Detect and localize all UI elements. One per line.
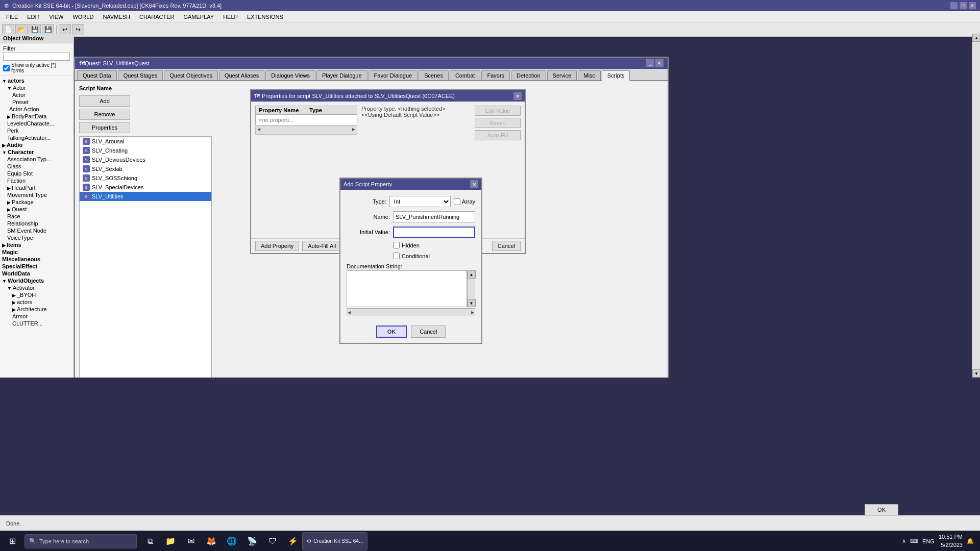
tree-item-faction[interactable]: Faction [0, 177, 73, 184]
tree-item-armor[interactable]: Armor [0, 313, 73, 320]
add-script-property-close[interactable]: ✕ [470, 180, 478, 188]
revert-button[interactable]: Revert [475, 118, 521, 128]
taskbar-icon-edge[interactable]: 🌐 [223, 532, 241, 550]
menu-file[interactable]: FILE [2, 13, 22, 21]
conditional-checkbox[interactable] [393, 253, 400, 259]
tree-item-assoctype[interactable]: Association Typ... [0, 156, 73, 163]
tree-item-talkingact[interactable]: TalkingActivator... [0, 134, 73, 141]
menu-view[interactable]: VIEW [45, 13, 67, 21]
add-prop-cancel-button[interactable]: Cancel [411, 325, 446, 338]
tree-item-worlddata[interactable]: WorldData [0, 270, 73, 277]
properties-dialog-close[interactable]: ✕ [513, 92, 522, 100]
tree-item-quest[interactable]: ▶Quest [0, 206, 73, 213]
tree-item-worldobjects[interactable]: ▼WorldObjects [0, 277, 73, 284]
show-active-checkbox[interactable] [3, 65, 10, 71]
properties-script-button[interactable]: Properties [79, 122, 130, 133]
tree-item-perk[interactable]: Perk [0, 127, 73, 134]
taskbar-keyboard-icon[interactable]: ⌨ [910, 538, 918, 544]
taskbar-icon-files[interactable]: 📁 [161, 532, 180, 550]
tree-item-audio[interactable]: ▶Audio [0, 141, 73, 148]
doc-scroll-down[interactable]: ▼ [468, 299, 476, 307]
add-prop-name-input[interactable] [393, 211, 475, 222]
add-script-button[interactable]: Add [79, 95, 130, 107]
tree-item-headpart[interactable]: ▶HeadPart [0, 184, 73, 191]
script-item-slv-cheating[interactable]: S SLV_Cheating [80, 146, 211, 155]
taskbar-app-label[interactable]: ⚙ Creation Kit SSE 64... [302, 532, 368, 550]
script-item-slv-utilities[interactable]: S SLV_Utilities [80, 192, 211, 201]
script-item-slv-special[interactable]: S SLV_SpecialDevices [80, 183, 211, 192]
script-item-slv-sos[interactable]: S SLV_SOSSchiong [80, 173, 211, 183]
doc-string-textarea[interactable] [347, 270, 467, 307]
tab-combat[interactable]: Combat [450, 70, 481, 80]
doc-scroll-up[interactable]: ▲ [468, 270, 476, 279]
notification-icon[interactable]: 🔔 [967, 538, 974, 544]
menu-world[interactable]: WORLD [68, 13, 97, 21]
array-checkbox[interactable] [454, 198, 460, 205]
tab-scenes[interactable]: Scenes [419, 70, 449, 80]
close-btn[interactable]: ✕ [969, 2, 976, 9]
tree-item-miscellaneous[interactable]: Miscellaneous [0, 256, 73, 263]
tree-item-actor-group[interactable]: ▼Actor [0, 84, 73, 91]
taskbar-icon-extra1[interactable]: 🛡 [263, 532, 282, 550]
start-button[interactable]: ⊞ [0, 531, 24, 552]
taskbar-up-arrow[interactable]: ∧ [902, 538, 906, 544]
tree-item-relationship[interactable]: Relationship [0, 220, 73, 227]
script-item-slv-sexlab[interactable]: S SLV_Sexlab [80, 164, 211, 173]
tab-favors[interactable]: Favors [481, 70, 510, 80]
tree-item-bodypartdata[interactable]: ▶BodyPartData [0, 113, 73, 120]
bottom-ok-button[interactable]: OK [865, 504, 898, 515]
menu-navmesh[interactable]: NAVMESH [99, 13, 134, 21]
taskbar-icon-extra2[interactable]: ⚡ [284, 532, 302, 550]
tree-item-preset[interactable]: Preset [0, 98, 73, 106]
tree-item-leveledchar[interactable]: LeveledCharacte... [0, 120, 73, 127]
tab-quest-data[interactable]: Quest Data [77, 70, 117, 80]
script-item-slv-devious[interactable]: S SLV_DeviousDevices [80, 155, 211, 164]
tab-quest-objectives[interactable]: Quest Objectives [164, 70, 218, 80]
tab-favor-dialogue[interactable]: Favor Dialogue [369, 70, 418, 80]
auto-fill-all-button[interactable]: Auto-Fill All [302, 241, 341, 251]
tab-quest-aliases[interactable]: Quest Aliases [219, 70, 264, 80]
tree-item-clutter[interactable]: CLUTTER... [0, 320, 73, 327]
filter-input[interactable] [3, 53, 70, 61]
tree-item-byoh[interactable]: ▶_BYOH [0, 291, 73, 298]
tree-item-movement-type[interactable]: Movement Type [0, 191, 73, 198]
props-scroll-left[interactable]: ◀ [256, 127, 262, 134]
doc-scroll-left[interactable]: ◀ [348, 310, 351, 315]
tree-item-specialeffect[interactable]: SpecialEffect [0, 263, 73, 270]
remove-script-button[interactable]: Remove [79, 109, 130, 120]
props-scroll-right[interactable]: ▶ [351, 127, 357, 134]
tree-item-race[interactable]: Race [0, 213, 73, 220]
tree-item-items[interactable]: ▶Items [0, 241, 73, 248]
tab-dialogue-views[interactable]: Dialogue Views [265, 70, 315, 80]
tab-quest-stages[interactable]: Quest Stages [118, 70, 163, 80]
taskbar-icon-task-view[interactable]: ⧉ [141, 532, 159, 550]
taskbar-icon-firefox[interactable]: 🦊 [202, 532, 220, 550]
main-scroll-up[interactable]: ▲ [972, 34, 980, 42]
script-item-slv-arousal[interactable]: S SLV_Arousal [80, 137, 211, 146]
add-prop-initial-input[interactable] [393, 227, 475, 238]
tree-item-package[interactable]: ▶Package [0, 198, 73, 206]
add-prop-ok-button[interactable]: OK [376, 325, 407, 338]
menu-character[interactable]: CHARACTER [135, 13, 178, 21]
main-scroll-down[interactable]: ▼ [972, 369, 980, 378]
tree-item-magic[interactable]: Magic [0, 248, 73, 256]
maximize-btn[interactable]: □ [960, 2, 967, 9]
props-dialog-cancel[interactable]: Cancel [492, 241, 521, 251]
tree-item-sm-event-node[interactable]: SM Event Node [0, 227, 73, 234]
quest-close[interactable]: ✕ [655, 59, 664, 67]
tree-item-actor[interactable]: Actor [0, 91, 73, 98]
doc-hscrollbar[interactable]: ◀ ▶ [347, 308, 475, 316]
taskbar-icon-mail[interactable]: ✉ [182, 532, 200, 550]
main-vscrollbar[interactable]: ▲ ▼ [972, 34, 980, 378]
tree-item-character[interactable]: ▼Character [0, 148, 73, 156]
tree-item-class[interactable]: Class [0, 163, 73, 170]
taskbar-icon-stream[interactable]: 📡 [243, 532, 261, 550]
tree-item-actors[interactable]: ▼actors [0, 77, 73, 84]
tree-item-actors2[interactable]: ▶actors [0, 298, 73, 306]
tab-misc[interactable]: Misc [578, 70, 601, 80]
tree-item-actor-action[interactable]: Actor Action [0, 106, 73, 113]
tab-detection[interactable]: Detection [511, 70, 546, 80]
quest-minimize[interactable]: _ [646, 59, 654, 67]
tab-service[interactable]: Service [547, 70, 577, 80]
menu-gameplay[interactable]: GAMEPLAY [179, 13, 218, 21]
